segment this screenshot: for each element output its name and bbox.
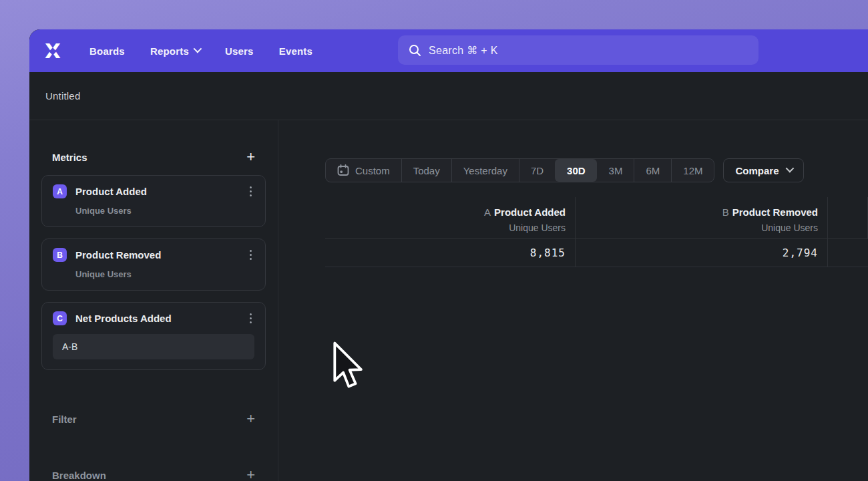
metrics-header: Metrics + — [41, 150, 266, 164]
add-metric-button[interactable]: + — [246, 150, 255, 164]
column-header-a: AProduct Added Unique Users — [325, 197, 576, 238]
nav-items: Boards Reports Users Events — [89, 45, 312, 57]
search-icon — [409, 44, 421, 57]
nav-item-label: Boards — [89, 45, 125, 57]
breakdown-label: Breakdown — [52, 470, 106, 481]
chevron-down-icon — [785, 164, 794, 173]
add-breakdown-button[interactable]: + — [246, 468, 255, 481]
range-label: 6M — [646, 165, 660, 176]
metric-title: Product Added — [75, 186, 247, 197]
value-cell-spacer — [828, 238, 868, 267]
search-input[interactable]: Search ⌘ + K — [398, 35, 758, 65]
metric-badge: B — [53, 248, 67, 262]
formula-input[interactable]: A-B — [53, 334, 254, 359]
metric-value: 8,815 — [530, 247, 566, 259]
range-yesterday[interactable]: Yesterday — [451, 159, 519, 182]
column-header-spacer — [828, 197, 868, 238]
compare-button[interactable]: Compare — [723, 158, 803, 182]
mixpanel-logo-icon[interactable]: X — [41, 39, 64, 62]
kebab-menu-icon[interactable] — [247, 312, 254, 325]
column-header-b: BProduct Removed Unique Users — [576, 197, 828, 238]
column-title: Product Added — [494, 206, 566, 218]
column-prefix: A — [484, 206, 491, 218]
metric-value: 2,794 — [783, 247, 818, 259]
breakdown-section: Breakdown + — [41, 468, 266, 481]
kebab-menu-icon[interactable] — [247, 185, 254, 198]
value-cell-a[interactable]: 8,815 — [325, 238, 576, 267]
nav-item-events[interactable]: Events — [279, 45, 312, 57]
range-label: 7D — [531, 165, 544, 176]
metrics-label: Metrics — [52, 152, 87, 163]
chevron-down-icon — [194, 45, 202, 53]
range-label: 3M — [609, 165, 623, 176]
range-12m[interactable]: 12M — [671, 159, 714, 182]
nav-item-label: Users — [225, 45, 254, 57]
nav-item-boards[interactable]: Boards — [89, 45, 125, 57]
range-label: Today — [413, 165, 440, 176]
nav-item-label: Reports — [150, 45, 189, 57]
metric-title: Net Products Added — [75, 313, 247, 324]
nav-item-users[interactable]: Users — [225, 45, 254, 57]
metric-badge: A — [53, 184, 67, 198]
kebab-menu-icon[interactable] — [247, 249, 254, 261]
value-cell-b[interactable]: 2,794 — [576, 238, 828, 267]
metric-card-a[interactable]: A Product Added Unique Users — [41, 175, 266, 227]
app-window: X Boards Reports Users Events Search — [29, 29, 868, 481]
results-table: AProduct Added Unique Users BProduct Rem… — [325, 197, 868, 267]
metric-subtitle[interactable]: Unique Users — [75, 206, 254, 216]
calendar-icon — [337, 164, 349, 176]
range-30d-selected[interactable]: 30D — [555, 159, 597, 182]
range-7d[interactable]: 7D — [519, 159, 555, 182]
search-placeholder: Search ⌘ + K — [429, 44, 498, 57]
column-subtitle: Unique Users — [576, 222, 818, 233]
range-label: Custom — [355, 165, 390, 176]
date-toolbar: Custom Today Yesterday 7D 30D 3M 6M 12M … — [325, 158, 804, 182]
range-custom[interactable]: Custom — [326, 159, 401, 182]
report-title[interactable]: Untitled — [45, 90, 80, 102]
metric-card-c[interactable]: C Net Products Added A-B — [41, 302, 266, 370]
nav-item-reports[interactable]: Reports — [150, 45, 200, 57]
range-6m[interactable]: 6M — [634, 159, 671, 182]
range-3m[interactable]: 3M — [597, 159, 634, 182]
filter-label: Filter — [52, 414, 77, 425]
column-subtitle: Unique Users — [325, 222, 566, 233]
report-header: Untitled — [29, 72, 868, 120]
range-today[interactable]: Today — [401, 159, 451, 182]
compare-label: Compare — [735, 165, 779, 176]
metric-title: Product Removed — [75, 249, 247, 261]
filter-section: Filter + — [41, 412, 266, 426]
column-title: Product Removed — [732, 206, 818, 218]
metric-card-b[interactable]: B Product Removed Unique Users — [41, 238, 266, 291]
range-label: 30D — [567, 165, 586, 176]
add-filter-button[interactable]: + — [246, 412, 255, 426]
nav-item-label: Events — [279, 45, 312, 57]
date-range-selector: Custom Today Yesterday 7D 30D 3M 6M 12M — [325, 158, 714, 182]
results-panel: Custom Today Yesterday 7D 30D 3M 6M 12M … — [278, 120, 868, 481]
range-label: 12M — [683, 165, 702, 176]
column-prefix: B — [722, 206, 729, 218]
formula-value: A-B — [62, 341, 77, 352]
top-nav: X Boards Reports Users Events Search — [29, 29, 868, 72]
metric-subtitle[interactable]: Unique Users — [75, 269, 254, 279]
range-label: Yesterday — [463, 165, 507, 176]
metric-badge: C — [53, 311, 67, 325]
query-sidebar: Metrics + A Product Added Unique Users B… — [29, 120, 278, 481]
